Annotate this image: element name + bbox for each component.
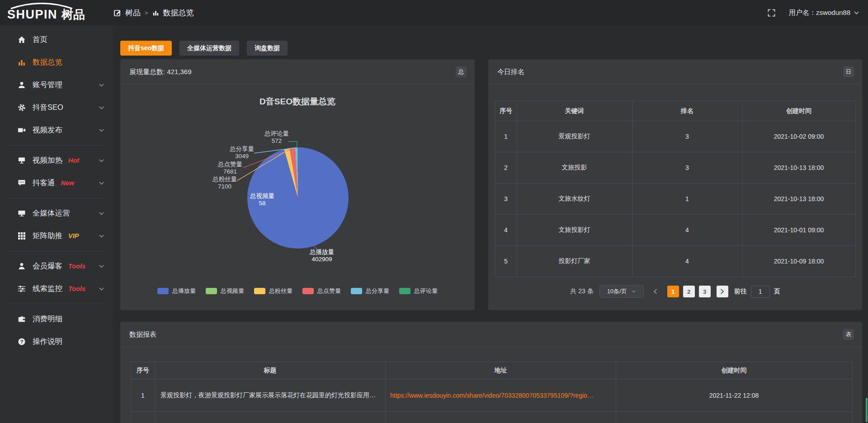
- app-logo: SHUPIN 树品: [7, 3, 85, 23]
- column-header: 标题: [155, 362, 386, 379]
- sidebar-item-video-heat[interactable]: 视频加热Hot: [0, 149, 113, 172]
- pie-label: 总点赞量7681: [210, 161, 250, 175]
- sidebar-divider: [7, 145, 106, 146]
- sidebar-item-label: 线索监控: [33, 284, 62, 294]
- report-row: 1景观投影灯，夜游景观投影灯厂家展示展示落花灯在花园里的灯光投影应用效果 #ht…: [131, 379, 852, 412]
- logo-text-en: SHUPIN: [7, 8, 57, 22]
- billboard-icon: [17, 156, 26, 165]
- ranking-row: 2文旅投影32021-10-13 18:00: [495, 152, 855, 183]
- pie-label: 总粉丝量7100: [204, 176, 245, 190]
- breadcrumb-root[interactable]: 树品: [125, 8, 141, 18]
- cell: 3: [632, 152, 742, 183]
- table-badge-button[interactable]: 表: [843, 329, 854, 340]
- sidebar-item-matrix-boost[interactable]: 矩阵助推VIP: [0, 225, 113, 247]
- ranking-row: 3文旅水纹灯12021-10-13 18:00: [495, 183, 855, 215]
- sidebar-item-label: 操作说明: [33, 337, 62, 347]
- sidebar-item-label: 首页: [33, 35, 47, 45]
- tab-douyin-seo-data[interactable]: 抖音seo数据: [120, 41, 172, 56]
- sidebar-item-media-operation[interactable]: 全媒体运营: [0, 202, 113, 225]
- sidebar-item-label: 视频发布: [33, 125, 62, 135]
- cell: 2021-10-13 18:00: [742, 183, 855, 215]
- cell: 1: [632, 183, 742, 215]
- tab-inquiry-data[interactable]: 询盘数据: [247, 41, 288, 56]
- sidebar-item-account-manage[interactable]: 账号管理: [0, 74, 113, 96]
- svg-text:?: ?: [20, 339, 23, 344]
- legend-item[interactable]: 总播放量: [157, 287, 196, 295]
- sidebar-item-help[interactable]: ?操作说明: [0, 330, 113, 353]
- legend-label: 总粉丝量: [269, 287, 292, 295]
- legend-label: 总分享量: [366, 287, 389, 295]
- cell: 3: [632, 121, 742, 152]
- sidebar-item-badge: Hot: [68, 157, 79, 164]
- sidebar-item-douyin-seo[interactable]: 抖音SEO: [0, 96, 113, 119]
- seo-chart-panel: 展现量总数: 421,369 总 D音SEO数据量总览 总播放量总视频量总粉丝量…: [120, 59, 475, 310]
- monitor-icon: [17, 209, 26, 218]
- sidebar-item-label: 抖音SEO: [33, 103, 63, 113]
- chevron-right-icon: [720, 289, 724, 294]
- sidebar-item-label: 账号管理: [33, 80, 62, 90]
- pie-label: 总评论量572: [256, 130, 297, 145]
- legend-label: 总视频量: [221, 287, 244, 295]
- sidebar-item-label: 全媒体运营: [33, 208, 70, 218]
- sidebar-item-video-publish[interactable]: 视频发布: [0, 119, 113, 141]
- sidebar-divider: [7, 304, 106, 304]
- page-button-3[interactable]: 3: [699, 286, 711, 297]
- goto-page-input[interactable]: [751, 286, 770, 298]
- report-table: 序号标题地址创建时间 1景观投影灯，夜游景观投影灯厂家展示展示落花灯在花园里的灯…: [131, 362, 852, 423]
- cell: 文旅投影: [517, 152, 632, 183]
- column-header: 创建时间: [616, 362, 852, 379]
- legend-swatch: [206, 288, 217, 294]
- column-header: 排名: [632, 101, 742, 121]
- legend-item[interactable]: 总评论量: [399, 287, 438, 295]
- report-panel-title: 数据报表: [120, 322, 862, 347]
- cell: 景观投影灯: [517, 121, 632, 152]
- fullscreen-icon[interactable]: [768, 9, 775, 17]
- cell-index: 1: [131, 379, 155, 412]
- cell: 2021-10-02 09:00: [742, 121, 855, 152]
- sidebar-item-home[interactable]: 首页: [0, 28, 113, 51]
- scrollbar-thumb[interactable]: [866, 398, 868, 422]
- pie-chart-area: D音SEO数据量总览 总播放量总视频量总粉丝量总点赞量总分享量总评论量 总评论量…: [120, 85, 475, 310]
- ranking-row: 4文旅投影灯42021-10-01 09:00: [495, 215, 855, 246]
- page-button-2[interactable]: 2: [683, 286, 695, 297]
- chart-panel-header: 展现量总数: 421,369: [120, 59, 475, 85]
- edit-square-icon: [114, 9, 121, 16]
- legend-item[interactable]: 总分享量: [351, 287, 389, 295]
- cell: 2021-10-01 09:00: [742, 215, 855, 246]
- breadcrumb: 树品 > 数据总览: [114, 8, 194, 18]
- cell: 文旅投影灯: [517, 215, 632, 246]
- pie-label: 总分享量3049: [222, 146, 262, 160]
- sidebar-item-consumption[interactable]: 消费明细: [0, 308, 113, 330]
- total-count-label: 共 23 条: [570, 287, 593, 296]
- legend-item[interactable]: 总点赞量: [302, 287, 341, 295]
- sidebar-item-data-overview[interactable]: 数据总览: [0, 51, 113, 74]
- sidebar-item-label: 矩阵助推: [33, 231, 62, 241]
- sidebar-item-clue-monitor[interactable]: 线索监控Tools: [0, 277, 113, 300]
- page-size-select[interactable]: 10条/页: [599, 285, 644, 298]
- sidebar-item-member-baoke[interactable]: 会员爆客Tools: [0, 255, 113, 277]
- main-content: 抖音seo数据全媒体运营数据询盘数据 展现量总数: 421,369 总 D音SE…: [113, 25, 868, 423]
- pie-label: 总视频量58: [241, 193, 283, 207]
- day-badge-button[interactable]: 日: [843, 66, 854, 77]
- chevron-down-icon: [99, 129, 104, 132]
- tab-media-data[interactable]: 全媒体运营数据: [179, 41, 239, 56]
- next-page-button[interactable]: [717, 286, 728, 297]
- sidebar-item-label: 会员爆客: [33, 261, 62, 271]
- user-menu[interactable]: 用户名：zswodun88: [789, 9, 859, 17]
- legend-item[interactable]: 总粉丝量: [254, 287, 292, 295]
- cell: 文旅水纹灯: [517, 183, 632, 215]
- column-header: 序号: [131, 362, 155, 379]
- ranking-panel-title: 今日排名: [488, 59, 862, 85]
- pagination: 共 23 条 10条/页 123 前往 页: [488, 285, 862, 298]
- video-link[interactable]: https://www.iesdouyin.com/share/video/70…: [390, 392, 594, 399]
- legend-swatch: [302, 288, 314, 294]
- ranking-row: 5投影灯厂家42021-10-09 18:00: [495, 246, 855, 277]
- page-button-1[interactable]: 1: [667, 286, 679, 297]
- legend-label: 总点赞量: [317, 287, 341, 295]
- total-badge-button[interactable]: 总: [456, 66, 467, 77]
- gear-icon: [17, 103, 26, 112]
- prev-page-button[interactable]: [650, 286, 661, 297]
- sidebar-item-douketong[interactable]: 抖客通New: [0, 172, 113, 194]
- wallet-icon: [17, 315, 26, 324]
- legend-item[interactable]: 总视频量: [206, 287, 244, 295]
